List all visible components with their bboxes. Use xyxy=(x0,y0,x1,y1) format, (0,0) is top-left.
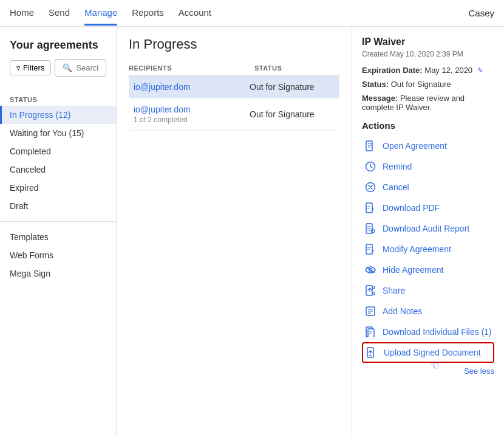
recipient-email: io@jupiter.dom xyxy=(134,82,250,92)
action-modify-agreement[interactable]: Modify Agreement xyxy=(362,239,494,260)
status-label: Status: xyxy=(362,80,389,89)
status-row: Status: Out for Signature xyxy=(362,80,494,89)
nav-home[interactable]: Home xyxy=(10,1,34,26)
cancel-circle-icon xyxy=(364,181,376,193)
search-icon: 🔍 xyxy=(63,63,72,72)
message-label: Message: xyxy=(362,94,398,103)
sidebar-item-draft[interactable]: Draft xyxy=(0,197,116,215)
notes-icon xyxy=(364,305,376,317)
action-hide-agreement[interactable]: Hide Agreement xyxy=(362,260,494,280)
action-label: Add Notes xyxy=(383,306,422,316)
status-cell: Out for Signature xyxy=(250,109,335,119)
doc-icon xyxy=(364,140,376,152)
action-download-pdf[interactable]: Download PDF xyxy=(362,198,494,218)
action-label: Remind xyxy=(383,162,412,171)
action-label: Share xyxy=(383,286,405,295)
recipient-cell: io@jupiter.dom xyxy=(134,82,250,92)
svg-point-10 xyxy=(372,292,375,295)
right-panel: IP Waiver Created May 10, 2020 2:39 PM E… xyxy=(352,27,504,437)
table-header: RECIPIENTS STATUS xyxy=(129,61,339,76)
filter-label: Filters xyxy=(23,63,44,72)
pdf-icon xyxy=(364,202,376,214)
svg-rect-13 xyxy=(368,329,374,337)
sidebar-item-waiting[interactable]: Waiting for You (15) xyxy=(0,124,116,142)
expiration-row: Expiration Date: May 12, 2020 ✎ xyxy=(362,66,494,75)
see-less-link[interactable]: See less xyxy=(362,366,494,376)
sidebar-item-completed[interactable]: Completed xyxy=(0,142,116,160)
recipient-sub: 1 of 2 completed xyxy=(134,115,250,124)
recipient-email: io@jupiter.dom xyxy=(134,105,250,114)
svg-rect-3 xyxy=(366,203,372,213)
files-icon xyxy=(364,326,376,338)
share-icon xyxy=(364,284,376,297)
nav-reports[interactable]: Reports xyxy=(132,1,164,26)
col-status: STATUS xyxy=(254,64,339,72)
action-open-agreement[interactable]: Open Agreement xyxy=(362,136,494,156)
action-remind[interactable]: Remind xyxy=(362,156,494,177)
search-bar: 🔍 xyxy=(55,59,106,77)
filter-icon: ▿ xyxy=(16,63,21,72)
col-recipients: RECIPIENTS xyxy=(129,64,254,72)
action-label: Download Audit Report xyxy=(383,224,469,233)
search-input[interactable] xyxy=(76,63,98,72)
action-label: Upload Signed Document xyxy=(384,348,481,357)
sidebar-divider xyxy=(0,221,116,222)
sidebar-item-mega-sign[interactable]: Mega Sign xyxy=(0,264,116,283)
recipient-cell: io@jupiter.dom 1 of 2 completed xyxy=(134,105,250,124)
action-label: Open Agreement xyxy=(383,141,447,151)
sidebar-item-expired[interactable]: Expired xyxy=(0,179,116,197)
filter-button[interactable]: ▿ Filters xyxy=(10,60,51,75)
status-section-label: STATUS xyxy=(0,91,116,106)
table-row[interactable]: io@jupiter.dom 1 of 2 completed Out for … xyxy=(129,98,339,131)
action-download-files[interactable]: Download Individual Files (1) xyxy=(362,322,494,342)
svg-rect-0 xyxy=(366,141,372,151)
status-cell: Out for Signature xyxy=(250,82,335,92)
edit-expiration-icon[interactable]: ✎ xyxy=(477,66,483,75)
nav-send[interactable]: Send xyxy=(49,1,70,26)
expiration-val: May 12, 2020 xyxy=(424,66,472,75)
top-nav: Home Send Manage Reports Account Casey xyxy=(0,0,504,27)
action-label: Download PDF xyxy=(383,203,440,213)
nav-account[interactable]: Account xyxy=(179,1,211,26)
action-share[interactable]: Share xyxy=(362,280,494,301)
sidebar: Your agreements ▿ Filters 🔍 STATUS In Pr… xyxy=(0,27,117,437)
nav-links: Home Send Manage Reports Account xyxy=(10,1,211,26)
message-row: Message: Please review and complete IP W… xyxy=(362,94,494,112)
status-value: Out for Signature xyxy=(391,80,451,89)
action-label: Modify Agreement xyxy=(383,244,451,254)
upload-icon xyxy=(366,346,378,359)
your-agreements-title: Your agreements xyxy=(0,36,116,59)
action-add-notes[interactable]: Add Notes xyxy=(362,301,494,322)
nav-user[interactable]: Casey xyxy=(468,8,494,18)
svg-rect-8 xyxy=(366,286,372,295)
sidebar-item-canceled[interactable]: Canceled xyxy=(0,160,116,179)
action-label: Hide Agreement xyxy=(383,265,443,275)
table-row[interactable]: io@jupiter.dom Out for Signature xyxy=(129,76,339,98)
svg-point-9 xyxy=(372,286,375,289)
doc-title: IP Waiver xyxy=(362,36,494,47)
action-download-audit[interactable]: Download Audit Report xyxy=(362,218,494,239)
expiration-label: Expiration Date: xyxy=(362,66,423,75)
doc-created: Created May 10, 2020 2:39 PM xyxy=(362,50,494,58)
main-layout: Your agreements ▿ Filters 🔍 STATUS In Pr… xyxy=(0,27,504,437)
sidebar-item-web-forms[interactable]: Web Forms xyxy=(0,246,116,264)
actions-label: Actions xyxy=(362,120,494,131)
action-upload-signed[interactable]: Upload Signed Document ☜ xyxy=(362,342,494,363)
hide-icon xyxy=(364,264,376,276)
svg-point-5 xyxy=(371,229,375,233)
sidebar-title-text: Your agreements xyxy=(10,39,98,52)
nav-manage[interactable]: Manage xyxy=(84,1,117,26)
section-title: In Progress xyxy=(129,36,339,52)
action-cancel[interactable]: Cancel xyxy=(362,177,494,198)
action-label: Download Individual Files (1) xyxy=(383,327,492,337)
clock-icon xyxy=(364,160,376,173)
audit-icon xyxy=(364,222,376,235)
action-label: Cancel xyxy=(383,182,409,192)
sidebar-item-in-progress[interactable]: In Progress (12) xyxy=(0,106,116,124)
center-panel: In Progress RECIPIENTS STATUS io@jupiter… xyxy=(117,27,352,437)
sidebar-item-templates[interactable]: Templates xyxy=(0,228,116,246)
modify-icon xyxy=(364,243,376,255)
